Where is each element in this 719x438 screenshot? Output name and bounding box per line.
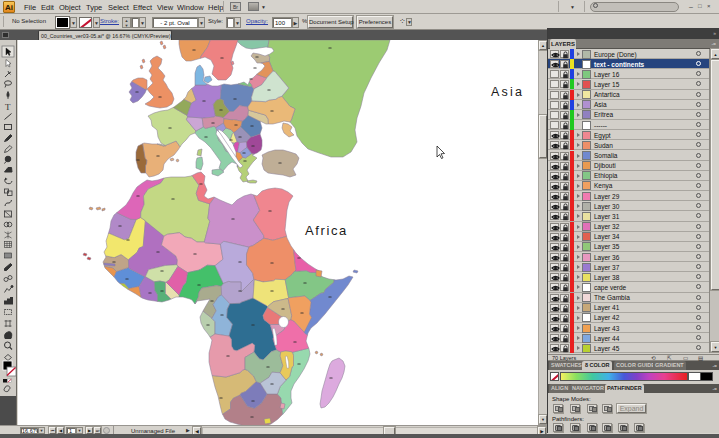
svg-text:T: T — [5, 102, 11, 112]
svg-text:Africa: Africa — [305, 223, 348, 238]
svg-text:Asia: Asia — [491, 85, 524, 99]
